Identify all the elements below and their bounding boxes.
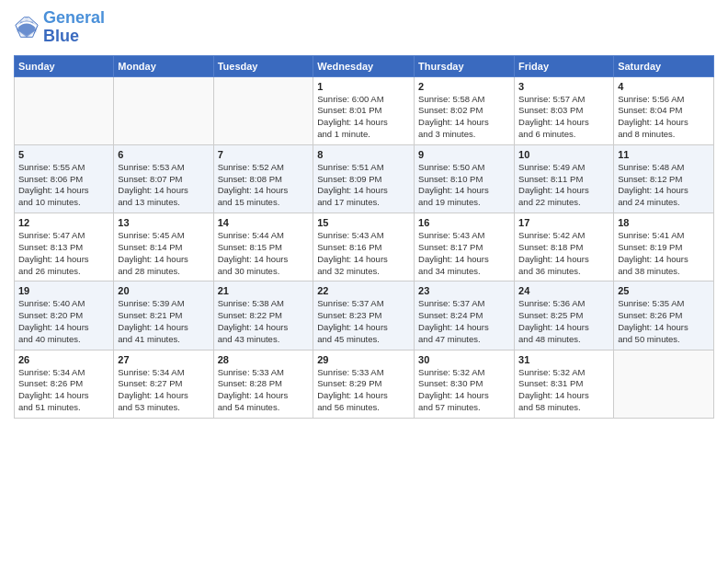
calendar-cell: 23Sunrise: 5:37 AM Sunset: 8:24 PM Dayli… (415, 282, 515, 350)
day-info: Sunrise: 5:43 AM Sunset: 8:16 PM Dayligh… (317, 230, 410, 277)
logo-text: GeneralBlue (43, 9, 105, 46)
calendar-cell: 30Sunrise: 5:32 AM Sunset: 8:30 PM Dayli… (415, 350, 515, 418)
calendar-cell: 31Sunrise: 5:32 AM Sunset: 8:31 PM Dayli… (515, 350, 614, 418)
day-info: Sunrise: 5:45 AM Sunset: 8:14 PM Dayligh… (118, 230, 209, 277)
day-number: 8 (317, 149, 410, 160)
day-number: 1 (317, 81, 410, 92)
day-number: 13 (118, 217, 209, 228)
day-info: Sunrise: 5:39 AM Sunset: 8:21 PM Dayligh… (118, 298, 209, 345)
day-info: Sunrise: 5:36 AM Sunset: 8:25 PM Dayligh… (518, 298, 609, 345)
day-info: Sunrise: 5:50 AM Sunset: 8:10 PM Dayligh… (418, 162, 510, 209)
weekday-header: Saturday (614, 55, 714, 76)
day-info: Sunrise: 5:32 AM Sunset: 8:30 PM Dayligh… (418, 367, 510, 414)
day-number: 25 (618, 285, 710, 296)
day-number: 16 (418, 217, 510, 228)
day-info: Sunrise: 5:57 AM Sunset: 8:03 PM Dayligh… (518, 94, 609, 141)
calendar-cell: 15Sunrise: 5:43 AM Sunset: 8:16 PM Dayli… (313, 213, 415, 282)
day-info: Sunrise: 5:51 AM Sunset: 8:09 PM Dayligh… (317, 162, 410, 209)
calendar-cell: 13Sunrise: 5:45 AM Sunset: 8:14 PM Dayli… (114, 213, 213, 282)
calendar-cell: 28Sunrise: 5:33 AM Sunset: 8:28 PM Dayli… (213, 350, 313, 418)
day-info: Sunrise: 5:55 AM Sunset: 8:06 PM Dayligh… (18, 162, 109, 209)
calendar-cell: 6Sunrise: 5:53 AM Sunset: 8:07 PM Daylig… (114, 144, 213, 213)
day-number: 30 (418, 354, 510, 365)
day-info: Sunrise: 5:37 AM Sunset: 8:23 PM Dayligh… (317, 298, 410, 345)
header: GeneralBlue (14, 9, 714, 46)
calendar-cell: 1Sunrise: 6:00 AM Sunset: 8:01 PM Daylig… (313, 76, 415, 144)
day-number: 12 (18, 217, 109, 228)
day-info: Sunrise: 5:49 AM Sunset: 8:11 PM Dayligh… (518, 162, 609, 209)
calendar-cell (614, 350, 714, 418)
day-info: Sunrise: 5:33 AM Sunset: 8:28 PM Dayligh… (218, 367, 310, 414)
day-number: 14 (218, 217, 310, 228)
day-info: Sunrise: 5:33 AM Sunset: 8:29 PM Dayligh… (317, 367, 410, 414)
day-number: 17 (518, 217, 609, 228)
day-info: Sunrise: 5:56 AM Sunset: 8:04 PM Dayligh… (618, 94, 710, 141)
calendar-cell: 9Sunrise: 5:50 AM Sunset: 8:10 PM Daylig… (415, 144, 515, 213)
day-number: 18 (618, 217, 710, 228)
calendar-cell: 18Sunrise: 5:41 AM Sunset: 8:19 PM Dayli… (614, 213, 714, 282)
calendar-cell: 17Sunrise: 5:42 AM Sunset: 8:18 PM Dayli… (515, 213, 614, 282)
calendar-cell: 20Sunrise: 5:39 AM Sunset: 8:21 PM Dayli… (114, 282, 213, 350)
calendar-cell: 7Sunrise: 5:52 AM Sunset: 8:08 PM Daylig… (213, 144, 313, 213)
day-info: Sunrise: 5:40 AM Sunset: 8:20 PM Dayligh… (18, 298, 109, 345)
day-info: Sunrise: 5:32 AM Sunset: 8:31 PM Dayligh… (518, 367, 609, 414)
day-number: 19 (18, 285, 109, 296)
calendar: SundayMondayTuesdayWednesdayThursdayFrid… (14, 55, 714, 419)
day-info: Sunrise: 5:42 AM Sunset: 8:18 PM Dayligh… (518, 230, 609, 277)
calendar-week-row: 19Sunrise: 5:40 AM Sunset: 8:20 PM Dayli… (15, 282, 714, 350)
day-number: 26 (18, 354, 109, 365)
day-info: Sunrise: 5:38 AM Sunset: 8:22 PM Dayligh… (218, 298, 310, 345)
calendar-cell: 22Sunrise: 5:37 AM Sunset: 8:23 PM Dayli… (313, 282, 415, 350)
calendar-header-row: SundayMondayTuesdayWednesdayThursdayFrid… (15, 55, 714, 76)
calendar-cell: 10Sunrise: 5:49 AM Sunset: 8:11 PM Dayli… (515, 144, 614, 213)
calendar-cell: 14Sunrise: 5:44 AM Sunset: 8:15 PM Dayli… (213, 213, 313, 282)
day-number: 28 (218, 354, 310, 365)
calendar-cell (213, 76, 313, 144)
day-number: 9 (418, 149, 510, 160)
calendar-cell (114, 76, 213, 144)
day-info: Sunrise: 5:53 AM Sunset: 8:07 PM Dayligh… (118, 162, 209, 209)
calendar-week-row: 12Sunrise: 5:47 AM Sunset: 8:13 PM Dayli… (15, 213, 714, 282)
day-info: Sunrise: 6:00 AM Sunset: 8:01 PM Dayligh… (317, 94, 410, 141)
calendar-week-row: 1Sunrise: 6:00 AM Sunset: 8:01 PM Daylig… (15, 76, 714, 144)
day-number: 22 (317, 285, 410, 296)
day-info: Sunrise: 5:47 AM Sunset: 8:13 PM Dayligh… (18, 230, 109, 277)
day-info: Sunrise: 5:43 AM Sunset: 8:17 PM Dayligh… (418, 230, 510, 277)
day-number: 24 (518, 285, 609, 296)
day-number: 11 (618, 149, 710, 160)
day-number: 31 (518, 354, 609, 365)
weekday-header: Friday (515, 55, 614, 76)
calendar-cell: 2Sunrise: 5:58 AM Sunset: 8:02 PM Daylig… (415, 76, 515, 144)
calendar-cell: 25Sunrise: 5:35 AM Sunset: 8:26 PM Dayli… (614, 282, 714, 350)
day-number: 21 (218, 285, 310, 296)
weekday-header: Sunday (15, 55, 114, 76)
day-info: Sunrise: 5:44 AM Sunset: 8:15 PM Dayligh… (218, 230, 310, 277)
day-info: Sunrise: 5:34 AM Sunset: 8:26 PM Dayligh… (18, 367, 109, 414)
calendar-cell: 27Sunrise: 5:34 AM Sunset: 8:27 PM Dayli… (114, 350, 213, 418)
day-number: 10 (518, 149, 609, 160)
day-number: 7 (218, 149, 310, 160)
weekday-header: Tuesday (213, 55, 313, 76)
calendar-cell: 29Sunrise: 5:33 AM Sunset: 8:29 PM Dayli… (313, 350, 415, 418)
day-number: 15 (317, 217, 410, 228)
day-info: Sunrise: 5:37 AM Sunset: 8:24 PM Dayligh… (418, 298, 510, 345)
calendar-cell: 16Sunrise: 5:43 AM Sunset: 8:17 PM Dayli… (415, 213, 515, 282)
logo-icon (14, 15, 40, 40)
day-info: Sunrise: 5:48 AM Sunset: 8:12 PM Dayligh… (618, 162, 710, 209)
calendar-cell: 19Sunrise: 5:40 AM Sunset: 8:20 PM Dayli… (15, 282, 114, 350)
day-info: Sunrise: 5:34 AM Sunset: 8:27 PM Dayligh… (118, 367, 209, 414)
day-info: Sunrise: 5:58 AM Sunset: 8:02 PM Dayligh… (418, 94, 510, 141)
calendar-cell: 3Sunrise: 5:57 AM Sunset: 8:03 PM Daylig… (515, 76, 614, 144)
page: GeneralBlue SundayMondayTuesdayWednesday… (0, 0, 728, 563)
logo: GeneralBlue (14, 9, 105, 46)
weekday-header: Thursday (415, 55, 515, 76)
day-info: Sunrise: 5:52 AM Sunset: 8:08 PM Dayligh… (218, 162, 310, 209)
calendar-cell: 26Sunrise: 5:34 AM Sunset: 8:26 PM Dayli… (15, 350, 114, 418)
calendar-cell: 4Sunrise: 5:56 AM Sunset: 8:04 PM Daylig… (614, 76, 714, 144)
day-info: Sunrise: 5:41 AM Sunset: 8:19 PM Dayligh… (618, 230, 710, 277)
calendar-cell: 5Sunrise: 5:55 AM Sunset: 8:06 PM Daylig… (15, 144, 114, 213)
day-number: 3 (518, 81, 609, 92)
calendar-week-row: 26Sunrise: 5:34 AM Sunset: 8:26 PM Dayli… (15, 350, 714, 418)
day-number: 20 (118, 285, 209, 296)
calendar-cell: 24Sunrise: 5:36 AM Sunset: 8:25 PM Dayli… (515, 282, 614, 350)
